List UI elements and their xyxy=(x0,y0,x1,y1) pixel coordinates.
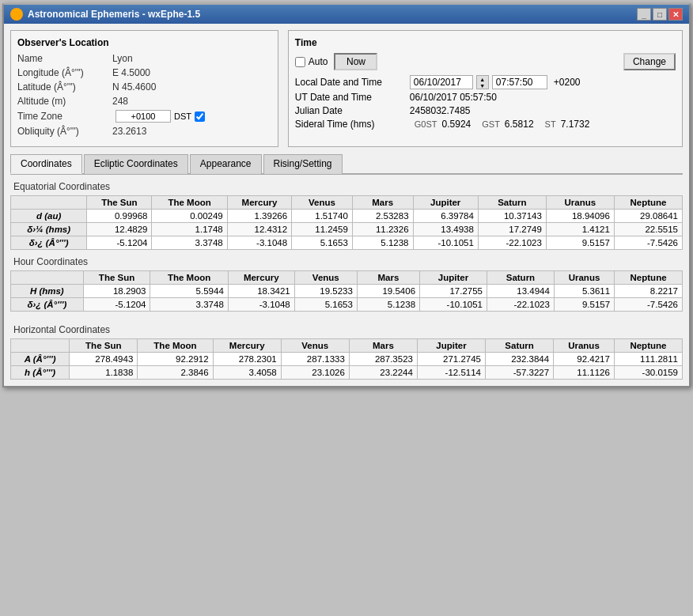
cell-value: 2.53283 xyxy=(352,210,413,223)
altitude-row: Altitude (m) 248 xyxy=(17,96,271,107)
hr-col-mars: Mars xyxy=(357,271,419,285)
local-time-input[interactable] xyxy=(492,75,547,89)
obliquity-row: Obliquity (Â°''') 23.2613 xyxy=(17,126,271,137)
change-button[interactable]: Change xyxy=(623,53,676,70)
hour-table: The Sun The Moon Mercury Venus Mars Jupi… xyxy=(10,270,683,312)
sidereal-label: Sideral Time (hms) xyxy=(295,119,410,130)
local-datetime-label: Local Date and Time xyxy=(295,77,410,88)
dst-label: DST xyxy=(174,111,191,121)
obliquity-label: Obliquity (Â°''') xyxy=(17,126,112,137)
cell-value: 29.08641 xyxy=(614,210,682,223)
tab-rising-setting[interactable]: Rising/Setting xyxy=(263,154,343,174)
cell-value: -5.1204 xyxy=(87,236,152,250)
hour-header-row: The Sun The Moon Mercury Venus Mars Jupi… xyxy=(11,271,683,285)
eq-col-moon: The Moon xyxy=(152,196,227,210)
cell-value: 2.3846 xyxy=(138,366,213,380)
tab-coordinates[interactable]: Coordinates xyxy=(10,154,82,174)
minimize-button[interactable]: _ xyxy=(637,8,651,21)
eq-col-uranus: Uranus xyxy=(546,196,614,210)
hr-col-saturn: Saturn xyxy=(487,271,554,285)
cell-value: -22.1023 xyxy=(478,236,546,250)
table-row: A (Â°''')278.494392.2912278.2301287.1333… xyxy=(11,353,683,366)
eq-col-saturn: Saturn xyxy=(478,196,546,210)
cell-value: -57.3227 xyxy=(486,366,554,380)
date-spinner[interactable]: ▲ ▼ xyxy=(476,75,489,89)
timezone-row: Time Zone DST xyxy=(17,110,271,123)
main-window: Astronomical Ephemeris - wxEphe-1.5 _ □ … xyxy=(2,3,691,387)
table-row: d (au)0.999680.002491.392661.517402.5328… xyxy=(11,210,683,223)
row-label: H (hms) xyxy=(11,285,84,298)
cell-value: 287.3523 xyxy=(349,353,417,366)
cell-value: 8.2217 xyxy=(615,285,683,298)
cell-value: -10.1051 xyxy=(413,236,478,250)
local-date-input[interactable] xyxy=(410,75,473,89)
longitude-value: E 4.5000 xyxy=(112,67,150,78)
cell-value: 5.1238 xyxy=(352,236,413,250)
observer-panel: Observer's Location Name Lyon Longitude … xyxy=(10,30,278,147)
titlebar-controls[interactable]: _ □ ✕ xyxy=(637,8,683,21)
cell-value: 278.2301 xyxy=(213,353,281,366)
row-label: d (au) xyxy=(11,210,87,223)
cell-value: 19.5406 xyxy=(357,285,419,298)
auto-checkbox[interactable] xyxy=(295,57,305,67)
sidereal-row: Sideral Time (hms) G0ST 0.5924 GST 6.581… xyxy=(295,119,676,130)
eq-col-empty xyxy=(11,196,87,210)
eq-col-venus: Venus xyxy=(292,196,353,210)
gst-value: 6.5812 xyxy=(505,119,534,130)
cell-value: 0.99968 xyxy=(87,210,152,223)
time-top-row: Auto Now Change xyxy=(295,53,676,70)
eq-col-mars: Mars xyxy=(352,196,413,210)
hz-col-mars: Mars xyxy=(349,339,417,353)
cell-value: -10.1051 xyxy=(420,298,487,312)
gost-label: G0ST xyxy=(415,119,437,129)
eq-col-neptune: Neptune xyxy=(614,196,682,210)
close-button[interactable]: ✕ xyxy=(668,8,683,21)
hz-col-empty xyxy=(11,339,70,353)
now-button[interactable]: Now xyxy=(334,53,377,70)
table-row: δ›¿ (Â°''')-5.12043.3748-3.10485.16535.1… xyxy=(11,236,683,250)
horizontal-table: The Sun The Moon Mercury Venus Mars Jupi… xyxy=(10,338,683,380)
cell-value: -3.1048 xyxy=(228,298,294,312)
eq-col-jupiter: Jupiter xyxy=(413,196,478,210)
dst-checkbox[interactable] xyxy=(195,111,205,122)
timezone-label: Time Zone xyxy=(17,111,112,122)
horizontal-title: Horizontal Coordinates xyxy=(13,324,683,335)
ut-value: 06/10/2017 05:57:50 xyxy=(410,92,497,103)
observer-title: Observer's Location xyxy=(17,37,271,48)
name-row: Name Lyon xyxy=(17,53,271,64)
tab-appearance[interactable]: Appearance xyxy=(190,154,262,174)
cell-value: 22.5515 xyxy=(614,223,682,236)
cell-value: 278.4943 xyxy=(70,353,138,366)
hr-col-uranus: Uranus xyxy=(554,271,614,285)
equatorial-table: The Sun The Moon Mercury Venus Mars Jupi… xyxy=(10,195,683,250)
hz-col-mercury: Mercury xyxy=(213,339,281,353)
julian-value: 2458032.7485 xyxy=(410,105,471,116)
longitude-row: Longitude (Â°''') E 4.5000 xyxy=(17,67,271,78)
timezone-input[interactable] xyxy=(116,110,171,123)
table-row: δ›¿ (Â°''')-5.12043.3748-3.10485.16535.1… xyxy=(11,298,683,312)
cell-value: 1.4121 xyxy=(546,223,614,236)
cell-value: 3.4058 xyxy=(213,366,281,380)
cell-value: 18.2903 xyxy=(83,285,150,298)
time-title: Time xyxy=(295,37,676,48)
tab-ecliptic[interactable]: Ecliptic Coordinates xyxy=(84,154,188,174)
auto-row: Auto xyxy=(295,56,328,67)
row-label: δ›¿ (Â°''') xyxy=(11,236,87,250)
cell-value: 232.3844 xyxy=(486,353,554,366)
cell-value: 17.2755 xyxy=(420,285,487,298)
window-title: Astronomical Ephemeris - wxEphe-1.5 xyxy=(28,9,200,20)
local-datetime-value: ▲ ▼ +0200 xyxy=(410,75,581,89)
cell-value: -30.0159 xyxy=(614,366,682,380)
hr-col-venus: Venus xyxy=(294,271,357,285)
cell-value: 287.1333 xyxy=(281,353,349,366)
spin-up[interactable]: ▲ xyxy=(477,76,488,82)
cell-value: 3.3748 xyxy=(152,236,227,250)
tabs: Coordinates Ecliptic Coordinates Appeara… xyxy=(10,153,683,175)
ut-label: UT Date and Time xyxy=(295,92,410,103)
cell-value: 10.37143 xyxy=(478,210,546,223)
time-panel: Time Auto Now Change Local Date and Time xyxy=(288,30,683,147)
spin-down[interactable]: ▼ xyxy=(477,82,488,89)
ut-row: UT Date and Time 06/10/2017 05:57:50 xyxy=(295,92,676,103)
hz-col-uranus: Uranus xyxy=(554,339,615,353)
maximize-button[interactable]: □ xyxy=(653,8,667,21)
